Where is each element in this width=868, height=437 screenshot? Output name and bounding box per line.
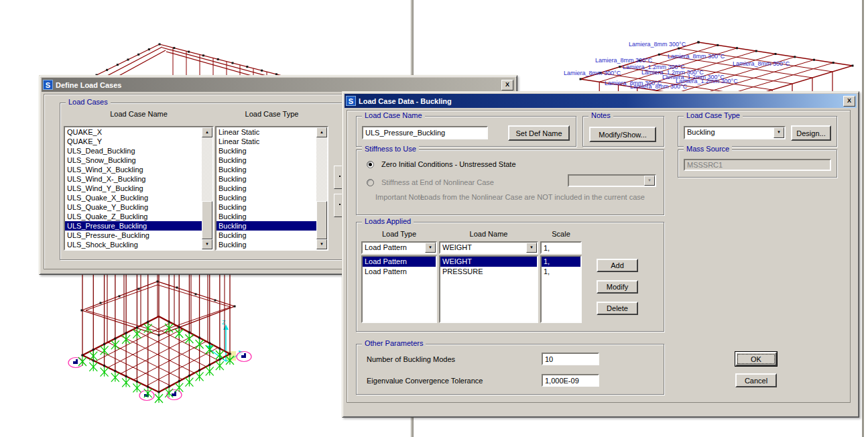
load-case-name-item[interactable]: ULS_Shock_Buckling xyxy=(65,240,202,249)
load-case-type-group-label: Load Case Type xyxy=(684,111,743,120)
stiffness-group-label: Stiffness to Use xyxy=(362,145,419,153)
load-cases-group: Load Cases Load Case Name Load Case Type… xyxy=(60,103,352,260)
loads-row-type[interactable]: Load Pattern xyxy=(363,267,436,277)
nonlinear-case-value xyxy=(571,176,643,186)
load-case-type-item[interactable]: Buckling xyxy=(216,202,316,212)
loads-row-type[interactable]: Load Pattern xyxy=(363,257,436,267)
stiffness-group: Stiffness to Use Zero Initial Conditions… xyxy=(356,149,664,215)
loads-list-type-column[interactable]: Load PatternLoad Pattern xyxy=(361,255,437,323)
chevron-down-icon: ▼ xyxy=(644,176,655,186)
application-window: Z Lamiera_8mm 300°CLamiera_8mm 300°CLami… xyxy=(0,0,868,437)
define-dialog-titlebar[interactable]: S Define Load Cases X xyxy=(42,78,515,92)
load-cases-group-label: Load Cases xyxy=(66,98,111,107)
window-right-border xyxy=(862,0,864,437)
nonlinear-case-label: Stiffness at End of Nonlinear Case xyxy=(381,178,494,186)
scroll-thumb[interactable] xyxy=(316,201,327,239)
load-case-name-item[interactable]: ULS_Wind_Y_Buckling xyxy=(65,184,202,193)
load-case-type-item[interactable]: Buckling xyxy=(216,155,316,165)
loads-row-scale[interactable]: 1, xyxy=(542,257,580,267)
type-list-scrollbar[interactable]: ▲ ▼ xyxy=(316,127,327,249)
mass-source-field: MSSSRC1 xyxy=(684,159,831,171)
load-case-type-item[interactable]: Linear Static xyxy=(216,127,316,137)
load-case-name-item[interactable]: QUAKE_X xyxy=(65,127,202,137)
loads-applied-group: Loads Applied Load Type Load Name Scale … xyxy=(356,222,664,332)
set-def-name-button[interactable]: Set Def Name xyxy=(508,125,570,141)
load-case-type-item[interactable]: Buckling xyxy=(216,165,316,174)
case-dialog-close-button[interactable]: X xyxy=(843,96,855,107)
scroll-up-button[interactable]: ▲ xyxy=(202,127,212,137)
loads-row-scale[interactable]: 1, xyxy=(542,267,580,277)
scroll-down-button[interactable]: ▼ xyxy=(316,239,327,249)
number-of-buckling-modes-input[interactable]: 10 xyxy=(542,353,599,365)
load-case-name-item[interactable]: ULS_Wind_X-_Buckling xyxy=(65,174,202,184)
load-case-type-list[interactable]: Linear StaticLinear StaticBucklingBuckli… xyxy=(215,126,328,251)
mass-source-group-label: Mass Source xyxy=(684,145,732,153)
loads-row-name[interactable]: PRESSURE xyxy=(440,267,537,277)
load-case-name-item[interactable]: ULS_Dead_Buckling xyxy=(65,146,202,155)
load-case-name-item[interactable]: ULS_Pressure_Buckling xyxy=(65,221,202,231)
app-icon: S xyxy=(346,96,356,106)
load-case-type-item[interactable]: Buckling xyxy=(216,146,316,155)
scroll-thumb[interactable] xyxy=(202,201,212,239)
scroll-up-button[interactable]: ▲ xyxy=(316,127,327,137)
load-case-type-item[interactable]: Buckling xyxy=(216,231,316,240)
delete-button[interactable]: Delete xyxy=(597,302,638,315)
load-case-name-list[interactable]: QUAKE_XQUAKE_YULS_Dead_BucklingULS_Snow_… xyxy=(64,126,214,251)
load-case-name-item[interactable]: ULS_Quake_Z_Buckling xyxy=(65,212,202,221)
model-view-bottom-left: Z xyxy=(47,273,362,437)
add-button[interactable]: Add xyxy=(597,259,638,272)
cancel-button[interactable]: Cancel xyxy=(735,373,777,387)
zero-initial-conditions-radio[interactable] xyxy=(367,161,374,168)
modify-show-notes-button[interactable]: Modify/Show... xyxy=(589,127,656,142)
load-case-type-item[interactable]: Buckling xyxy=(216,184,316,193)
column-header-load-case-name: Load Case Name xyxy=(64,110,214,118)
column-header-load-name: Load Name xyxy=(439,230,538,238)
load-type-value: Load Pattern xyxy=(365,243,424,253)
loads-row-name[interactable]: WEIGHT xyxy=(440,257,537,267)
chevron-down-icon[interactable]: ▼ xyxy=(425,243,436,253)
column-header-load-type: Load Type xyxy=(361,230,437,238)
load-case-name-input[interactable]: ULS_Pressure_Buckling xyxy=(362,126,488,139)
load-case-type-group: Load Case Type Buckling ▼ Design... xyxy=(678,116,837,147)
app-icon: S xyxy=(43,80,53,90)
mass-source-group: Mass Source MSSSRC1 xyxy=(678,149,837,178)
chevron-down-icon[interactable]: ▼ xyxy=(526,243,537,253)
load-case-name-item[interactable]: ULS_Quake_Y_Buckling xyxy=(65,202,202,212)
zero-initial-conditions-label[interactable]: Zero Initial Conditions - Unstressed Sta… xyxy=(381,160,516,168)
load-case-type-item[interactable]: Buckling xyxy=(216,193,316,202)
column-header-scale: Scale xyxy=(540,230,582,238)
load-case-type-item[interactable]: Buckling xyxy=(216,174,316,184)
loads-list-scale-column[interactable]: 1,1, xyxy=(540,255,582,323)
ok-button[interactable]: OK xyxy=(735,352,777,366)
notes-group: Notes Modify/Show... xyxy=(582,116,664,147)
load-case-name-group-label: Load Case Name xyxy=(362,111,425,120)
load-case-type-select[interactable]: Buckling ▼ xyxy=(684,126,786,139)
load-type-select[interactable]: Load Pattern ▼ xyxy=(361,241,437,254)
load-case-name-item[interactable]: ULS_Snow_Buckling xyxy=(65,155,202,165)
other-parameters-group-label: Other Parameters xyxy=(362,339,426,348)
scale-input[interactable]: 1, xyxy=(540,241,582,254)
load-case-type-item[interactable]: Linear Static xyxy=(216,137,316,146)
name-list-scrollbar[interactable]: ▲ ▼ xyxy=(202,127,212,249)
load-case-type-item[interactable]: Buckling xyxy=(216,212,316,221)
case-dialog-titlebar[interactable]: S Load Case Data - Buckling X xyxy=(345,94,857,108)
load-case-type-item[interactable]: Buckling xyxy=(216,221,316,231)
load-name-select[interactable]: WEIGHT ▼ xyxy=(439,241,538,254)
z-axis-label: Z xyxy=(222,319,226,326)
load-case-name-item[interactable]: ULS_Pressure-_Buckling xyxy=(65,231,202,240)
chevron-down-icon[interactable]: ▼ xyxy=(773,127,784,138)
modify-button[interactable]: Modify xyxy=(597,280,638,294)
nonlinear-case-radio xyxy=(367,179,374,186)
loads-list-name-column[interactable]: WEIGHTPRESSURE xyxy=(439,255,538,323)
model-view-top-right xyxy=(556,35,859,91)
scroll-down-button[interactable]: ▼ xyxy=(202,239,212,249)
load-case-type-item[interactable]: Buckling xyxy=(216,240,316,249)
load-case-name-item[interactable]: ULS_Quake_X_Buckling xyxy=(65,193,202,202)
load-case-name-item[interactable]: ULS_Wind_X_Buckling xyxy=(65,165,202,174)
load-case-name-item[interactable]: QUAKE_Y xyxy=(65,137,202,146)
define-dialog-close-button[interactable]: X xyxy=(501,80,513,90)
eigenvalue-tolerance-label: Eigenvalue Convergence Tolerance xyxy=(367,377,483,385)
eigenvalue-tolerance-input[interactable]: 1,000E-09 xyxy=(542,374,599,387)
define-dialog-title: Define Load Cases xyxy=(56,81,499,89)
design-button[interactable]: Design... xyxy=(791,125,831,141)
